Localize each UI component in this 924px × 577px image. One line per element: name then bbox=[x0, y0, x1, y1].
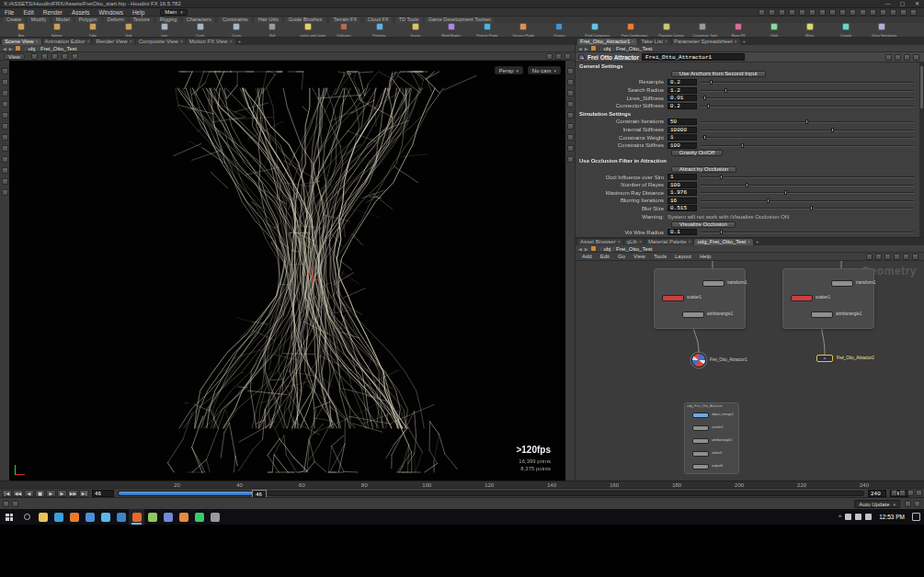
menu-item[interactable]: File bbox=[0, 8, 18, 17]
wireframe-icon[interactable] bbox=[567, 101, 574, 107]
pane-tab[interactable]: Animation Editor × bbox=[42, 39, 93, 45]
slider-handle[interactable] bbox=[720, 230, 723, 234]
network-menu-item[interactable]: View bbox=[630, 253, 649, 261]
performance-icon[interactable] bbox=[900, 9, 907, 16]
param-value-field[interactable]: 1 bbox=[667, 134, 697, 141]
taskbar-notepad[interactable] bbox=[144, 509, 160, 525]
slider-handle[interactable] bbox=[724, 88, 727, 93]
slider-handle[interactable] bbox=[810, 206, 813, 210]
shelf-tool[interactable]: Pyro Combustion bbox=[613, 23, 648, 37]
view-menu[interactable]: Persp ▾ bbox=[495, 66, 523, 74]
slider-handle[interactable] bbox=[784, 190, 787, 195]
taskbar-mail[interactable] bbox=[113, 509, 129, 525]
breadcrumb[interactable]: obj bbox=[603, 246, 610, 252]
shelf-tool[interactable]: Drive Simulation bbox=[864, 23, 899, 37]
close-button[interactable]: ✕ bbox=[913, 0, 921, 8]
update-mode-select[interactable]: Auto Update ▾ bbox=[854, 500, 900, 508]
param-slider[interactable] bbox=[701, 198, 914, 204]
close-tab-icon[interactable]: × bbox=[36, 39, 39, 45]
param-slider[interactable] bbox=[701, 87, 914, 94]
close-tab-icon[interactable]: × bbox=[735, 39, 737, 45]
open-icon[interactable] bbox=[759, 9, 765, 16]
slider-handle[interactable] bbox=[703, 96, 706, 100]
node-transform1[interactable] bbox=[702, 280, 724, 287]
network-menu-item[interactable]: Layout bbox=[671, 253, 695, 261]
scrollbar-thumb[interactable] bbox=[920, 66, 923, 108]
snap-prim-icon[interactable] bbox=[809, 9, 816, 16]
taskbar-firefox[interactable] bbox=[66, 509, 82, 525]
next-keyframe-button[interactable]: ▶▶ bbox=[68, 490, 78, 497]
param-value-field[interactable]: 0.515 bbox=[667, 205, 697, 211]
pane-tab[interactable]: qLib × bbox=[624, 239, 645, 245]
minimize-button[interactable]: — bbox=[884, 0, 892, 8]
redo-icon[interactable] bbox=[789, 9, 795, 16]
pane-tab[interactable]: Take List × bbox=[638, 39, 670, 45]
node-attribwrangle1[interactable] bbox=[811, 311, 833, 318]
pane-tab[interactable]: Asset Browser × bbox=[577, 239, 623, 245]
slider-handle[interactable] bbox=[703, 135, 706, 140]
pane-tab[interactable]: Scene View × bbox=[2, 39, 41, 45]
edges-icon[interactable] bbox=[2, 156, 8, 163]
jump-to-node-icon[interactable] bbox=[895, 54, 901, 61]
close-tab-icon[interactable]: × bbox=[665, 39, 667, 45]
display-options-icon[interactable] bbox=[555, 53, 562, 60]
render-region-icon[interactable] bbox=[565, 53, 571, 60]
close-tab-icon[interactable]: × bbox=[130, 39, 132, 45]
taskbar-edge[interactable] bbox=[51, 509, 66, 525]
search-button[interactable] bbox=[18, 509, 35, 525]
stop-button[interactable]: ■ bbox=[35, 490, 45, 497]
slider-handle[interactable] bbox=[741, 143, 744, 148]
network-menu-item[interactable]: Help bbox=[696, 253, 714, 261]
layout-icon[interactable] bbox=[903, 254, 909, 260]
help-icon[interactable] bbox=[910, 9, 917, 16]
speaker-icon[interactable] bbox=[845, 514, 851, 520]
param-button[interactable]: Visualize Occlusion bbox=[671, 221, 736, 228]
shelf-tool[interactable]: Circle bbox=[183, 23, 218, 37]
current-frame-field[interactable]: 46 bbox=[92, 490, 114, 497]
scale-icon[interactable] bbox=[2, 101, 8, 107]
camera-icon[interactable] bbox=[860, 9, 866, 16]
select-objects-icon[interactable] bbox=[31, 53, 38, 60]
visibility-icon[interactable] bbox=[884, 254, 891, 260]
node-transform1[interactable] bbox=[831, 280, 853, 287]
mantra-icon[interactable] bbox=[870, 9, 876, 16]
node-attribwrangle1[interactable] bbox=[682, 311, 704, 318]
node-Frei_Otto_Attractor1[interactable] bbox=[691, 353, 706, 368]
close-tab-icon[interactable]: × bbox=[230, 39, 233, 45]
param-slider[interactable] bbox=[701, 189, 914, 196]
frame-slider[interactable]: 46 bbox=[118, 491, 864, 496]
node-output0[interactable] bbox=[692, 464, 709, 470]
snapshot-icon[interactable] bbox=[567, 145, 574, 152]
shading-mode-icon[interactable] bbox=[546, 53, 553, 60]
taskbar-spotify[interactable] bbox=[191, 509, 207, 525]
param-slider[interactable] bbox=[701, 182, 914, 188]
memory-icon[interactable] bbox=[905, 501, 911, 507]
close-tab-icon[interactable]: × bbox=[180, 39, 183, 45]
node-scatter1[interactable] bbox=[791, 295, 813, 301]
start-button[interactable] bbox=[0, 509, 18, 525]
forward-icon[interactable]: ▶ bbox=[9, 46, 13, 51]
slider-handle[interactable] bbox=[831, 128, 834, 132]
close-tab-icon[interactable]: × bbox=[689, 239, 691, 245]
ipr-icon[interactable] bbox=[829, 9, 836, 16]
breadcrumb[interactable]: Frei_Otto_Test bbox=[40, 46, 76, 51]
action-center-icon[interactable] bbox=[912, 513, 920, 521]
network-canvas[interactable]: Geometry transform1scatter1attribwrangle… bbox=[576, 261, 924, 481]
slider-handle[interactable] bbox=[805, 119, 808, 124]
node-scatter1[interactable] bbox=[662, 295, 684, 301]
slider-handle[interactable] bbox=[710, 80, 713, 85]
slider-handle[interactable] bbox=[707, 104, 710, 108]
taskbar-photos[interactable] bbox=[82, 509, 97, 525]
material-palette-icon[interactable] bbox=[839, 9, 846, 16]
translate-icon[interactable] bbox=[2, 79, 8, 85]
shelf-tool[interactable]: Crowds bbox=[828, 23, 863, 37]
param-value-field[interactable]: 100 bbox=[667, 142, 697, 149]
undo-icon[interactable] bbox=[779, 9, 785, 16]
breadcrumb[interactable]: Frei_Otto_Test bbox=[616, 246, 652, 252]
prev-frame-button[interactable]: ◀ bbox=[24, 490, 34, 497]
pane-tab[interactable]: udg_Frei_Otto_Test × bbox=[694, 239, 753, 245]
menu-item[interactable]: Assets bbox=[67, 8, 95, 17]
shelf-tool[interactable]: Box bbox=[4, 23, 39, 37]
rotate-icon[interactable] bbox=[2, 90, 8, 96]
cache-icon[interactable] bbox=[880, 9, 886, 16]
